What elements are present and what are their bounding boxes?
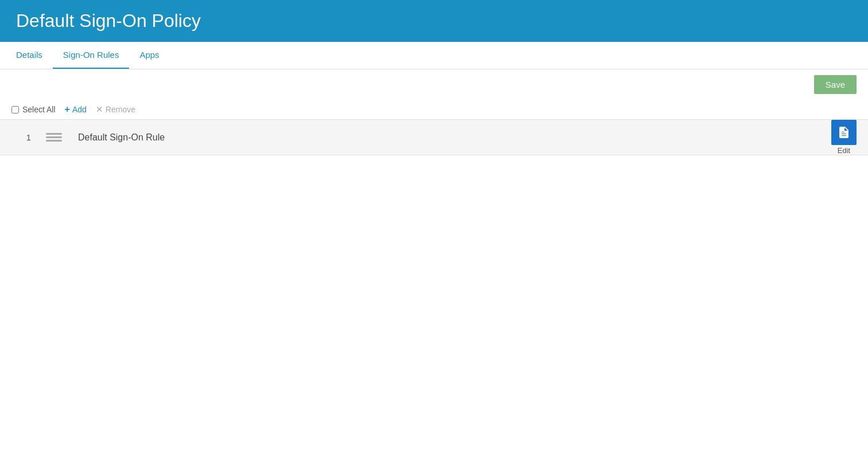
save-button[interactable]: Save	[814, 75, 857, 94]
x-icon: ✕	[96, 104, 103, 115]
add-label: Add	[72, 105, 87, 114]
tab-details[interactable]: Details	[6, 42, 53, 69]
add-button[interactable]: + Add	[65, 104, 87, 115]
drag-line-3	[46, 140, 62, 142]
drag-line-1	[46, 133, 62, 135]
remove-label: Remove	[106, 105, 135, 114]
tab-sign-on-rules[interactable]: Sign-On Rules	[53, 42, 130, 69]
select-all-wrapper[interactable]: Select All	[11, 105, 56, 114]
remove-button[interactable]: ✕ Remove	[96, 104, 135, 115]
document-icon	[837, 126, 851, 139]
edit-label: Edit	[838, 146, 850, 155]
table-row: 1 Default Sign-On Rule Edit	[0, 119, 868, 155]
drag-handle[interactable]	[46, 133, 69, 142]
edit-icon-button[interactable]	[831, 120, 857, 145]
select-all-label: Select All	[22, 105, 56, 114]
rule-number: 1	[11, 132, 46, 142]
plus-icon: +	[65, 104, 70, 115]
tab-apps[interactable]: Apps	[129, 42, 169, 69]
tab-bar: Details Sign-On Rules Apps	[0, 42, 868, 69]
drag-line-2	[46, 136, 62, 138]
page-header: Default Sign-On Policy	[0, 0, 868, 42]
select-all-checkbox[interactable]	[11, 106, 19, 113]
toolbar: Save	[0, 69, 868, 100]
rule-name: Default Sign-On Rule	[78, 132, 831, 143]
rule-actions: Edit	[831, 120, 857, 155]
actions-bar: Select All + Add ✕ Remove	[0, 100, 868, 119]
page-title: Default Sign-On Policy	[16, 10, 852, 32]
